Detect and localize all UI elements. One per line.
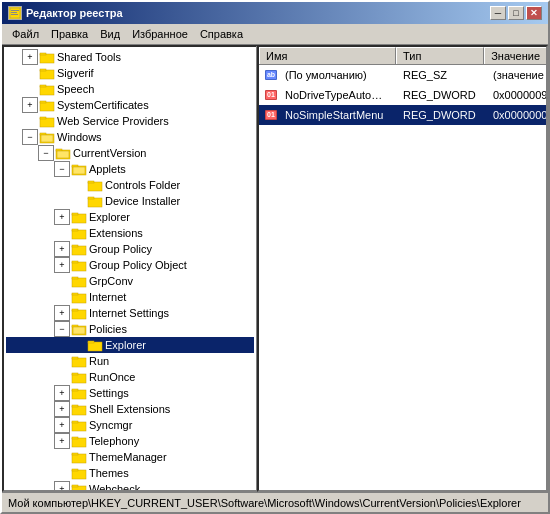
- tree-row-policies[interactable]: − Policies: [6, 321, 254, 337]
- list-row[interactable]: 01 NoSimpleStartMenuREG_DWORD0x00000001 …: [259, 105, 546, 125]
- tree-expander-shell-extensions[interactable]: +: [54, 401, 70, 417]
- tree-expander-system-certs[interactable]: +: [22, 97, 38, 113]
- tree-row-shell-extensions[interactable]: + Shell Extensions: [6, 401, 254, 417]
- app-icon: [8, 6, 22, 20]
- svg-rect-37: [72, 294, 86, 303]
- tree-row-system-certs[interactable]: + SystemCertificates: [6, 97, 254, 113]
- tree-row-internet-settings[interactable]: + Internet Settings: [6, 305, 254, 321]
- svg-rect-59: [72, 453, 78, 455]
- tree-row-shared-tools[interactable]: + Shared Tools: [6, 49, 254, 65]
- minimize-button[interactable]: ─: [490, 6, 506, 20]
- tree-expander-leaf: [22, 113, 38, 129]
- tree-row-explorer2[interactable]: Explorer: [6, 337, 254, 353]
- svg-rect-60: [72, 470, 86, 479]
- list-scroll[interactable]: ab (По умолчанию)REG_SZ(значение не прис…: [259, 65, 546, 490]
- close-button[interactable]: ✕: [526, 6, 542, 20]
- tree-row-theme-manager[interactable]: ThemeManager: [6, 449, 254, 465]
- menu-edit[interactable]: Правка: [45, 26, 94, 42]
- col-header-value[interactable]: Значение: [484, 47, 546, 64]
- svg-text:01: 01: [267, 91, 275, 98]
- tree-row-syncmgr[interactable]: + Syncmgr: [6, 417, 254, 433]
- svg-rect-58: [72, 454, 86, 463]
- list-row[interactable]: ab (По умолчанию)REG_SZ(значение не прис: [259, 65, 546, 85]
- folder-icon: [71, 385, 87, 401]
- tree-label-extensions: Extensions: [89, 227, 143, 239]
- list-cell-name: ab (По умолчанию): [259, 66, 399, 84]
- tree-expander-webcheck[interactable]: +: [54, 481, 70, 490]
- tree-expander-leaf: [54, 225, 70, 241]
- tree-row-extensions[interactable]: Extensions: [6, 225, 254, 241]
- tree-expander-applets[interactable]: −: [54, 161, 70, 177]
- tree-row-device-installer[interactable]: Device Installer: [6, 193, 254, 209]
- tree-label-themes: Themes: [89, 467, 129, 479]
- col-header-type[interactable]: Тип: [396, 47, 484, 64]
- svg-rect-63: [72, 485, 78, 487]
- tree-label-shared-tools: Shared Tools: [57, 51, 121, 63]
- tree-row-group-policy[interactable]: + Group Policy: [6, 241, 254, 257]
- list-row[interactable]: 01 NoDriveTypeAuto…REG_DWORD0x00000091 (…: [259, 85, 546, 105]
- open-folder-icon: [71, 161, 87, 177]
- tree-label-windows: Windows: [57, 131, 102, 143]
- status-bar: Мой компьютер\HKEY_CURRENT_USER\Software…: [2, 492, 548, 512]
- col-header-name[interactable]: Имя: [259, 47, 396, 64]
- svg-rect-52: [72, 406, 86, 415]
- tree-expander-windows[interactable]: −: [22, 129, 38, 145]
- tree-expander-policies[interactable]: −: [54, 321, 70, 337]
- svg-rect-3: [11, 14, 18, 15]
- svg-rect-30: [72, 229, 78, 231]
- tree-row-speech[interactable]: Speech: [6, 81, 254, 97]
- folder-icon: [71, 241, 87, 257]
- tree-expander-group-policy[interactable]: +: [54, 241, 70, 257]
- list-cell-type: REG_DWORD: [399, 88, 489, 102]
- menu-file[interactable]: Файл: [6, 26, 45, 42]
- tree-row-current-version[interactable]: − CurrentVersion: [6, 145, 254, 161]
- tree-row-webcheck[interactable]: + Webcheck: [6, 481, 254, 490]
- tree-label-internet-settings: Internet Settings: [89, 307, 169, 319]
- tree-row-controls-folder[interactable]: Controls Folder: [6, 177, 254, 193]
- menu-view[interactable]: Вид: [94, 26, 126, 42]
- menu-help[interactable]: Справка: [194, 26, 249, 42]
- tree-row-windows[interactable]: − Windows: [6, 129, 254, 145]
- svg-rect-40: [72, 309, 78, 311]
- tree-expander-leaf: [54, 369, 70, 385]
- svg-text:ab: ab: [267, 71, 275, 78]
- tree-expander-telephony[interactable]: +: [54, 433, 70, 449]
- tree-row-run[interactable]: Run: [6, 353, 254, 369]
- tree-row-runonce[interactable]: RunOnce: [6, 369, 254, 385]
- tree-label-sigverif: Sigverif: [57, 67, 94, 79]
- tree-expander-internet-settings[interactable]: +: [54, 305, 70, 321]
- tree-expander-syncmgr[interactable]: +: [54, 417, 70, 433]
- value-name: NoDriveTypeAuto…: [285, 89, 382, 101]
- tree-expander-explorer[interactable]: +: [54, 209, 70, 225]
- tree-row-web-service[interactable]: Web Service Providers: [6, 113, 254, 129]
- folder-icon: [71, 257, 87, 273]
- tree-expander-leaf: [22, 65, 38, 81]
- tree-expander-group-policy-obj[interactable]: +: [54, 257, 70, 273]
- folder-icon: [71, 449, 87, 465]
- tree-row-explorer[interactable]: + Explorer: [6, 209, 254, 225]
- tree-row-group-policy-obj[interactable]: + Group Policy Object: [6, 257, 254, 273]
- svg-rect-55: [72, 421, 78, 423]
- svg-rect-13: [40, 117, 46, 119]
- tree-row-themes[interactable]: Themes: [6, 465, 254, 481]
- tree-expander-shared-tools[interactable]: +: [22, 49, 38, 65]
- svg-rect-23: [88, 182, 102, 191]
- folder-icon: [71, 433, 87, 449]
- tree-label-shell-extensions: Shell Extensions: [89, 403, 170, 415]
- tree-row-internet[interactable]: Internet: [6, 289, 254, 305]
- tree-row-applets[interactable]: − Applets: [6, 161, 254, 177]
- tree-expander-current-version[interactable]: −: [38, 145, 54, 161]
- tree-row-sigverif[interactable]: Sigverif: [6, 65, 254, 81]
- tree-row-telephony[interactable]: + Telephony: [6, 433, 254, 449]
- folder-icon: [71, 289, 87, 305]
- tree-label-theme-manager: ThemeManager: [89, 451, 167, 463]
- restore-button[interactable]: □: [508, 6, 524, 20]
- tree-scroll[interactable]: + Shared Tools Sigverif Speech+ SystemCe…: [4, 47, 256, 490]
- tree-row-settings[interactable]: + Settings: [6, 385, 254, 401]
- menu-favorites[interactable]: Избранное: [126, 26, 194, 42]
- tree-expander-settings[interactable]: +: [54, 385, 70, 401]
- svg-rect-32: [72, 245, 78, 247]
- open-folder-icon: [71, 321, 87, 337]
- list-cell-value: 0x00000001 (1): [489, 108, 546, 122]
- tree-row-grpconv[interactable]: GrpConv: [6, 273, 254, 289]
